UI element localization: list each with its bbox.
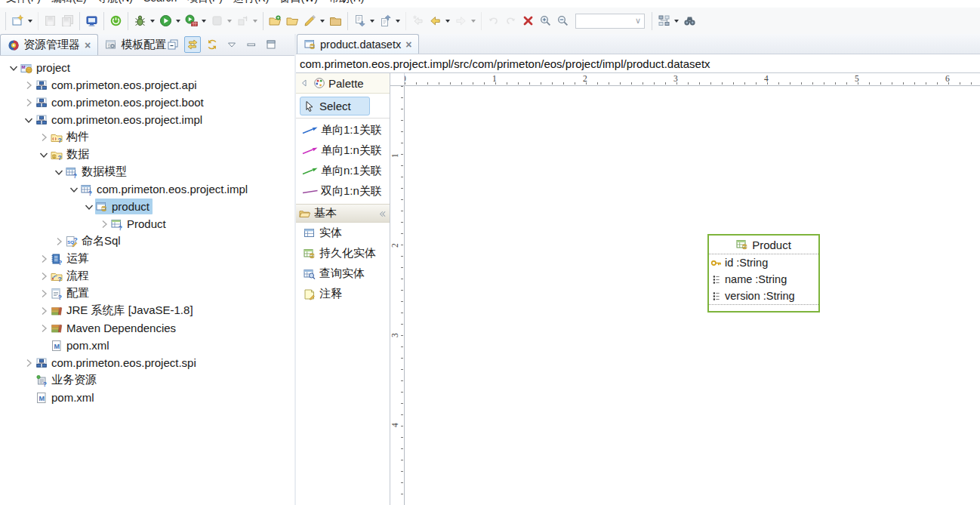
view-tab[interactable]: 资源管理器 × — [0, 34, 98, 55]
dropdown-caret-icon[interactable] — [445, 20, 450, 23]
tree-item[interactable]: ? 配置 — [0, 285, 294, 302]
palette-connection-tool[interactable]: 单向1:1关联 — [296, 120, 390, 140]
tree-item[interactable]: ? com.primeton.eos.project.impl — [0, 180, 294, 198]
zoom-combo-button[interactable]: ∨ — [572, 12, 649, 30]
expander-icon[interactable] — [53, 236, 65, 248]
link-editor-button[interactable] — [184, 36, 201, 53]
tree-item[interactable]: SQ? 命名Sql — [0, 232, 294, 250]
collapse-all-button[interactable] — [165, 36, 181, 53]
dropdown-caret-icon[interactable] — [674, 20, 679, 23]
tree-item[interactable]: M project — [0, 59, 294, 76]
maximize-button[interactable] — [263, 36, 279, 53]
entity-product[interactable]: Product id :String name :String — [707, 234, 820, 313]
redo-button[interactable] — [502, 12, 519, 30]
expander-icon[interactable] — [23, 114, 35, 126]
save-button[interactable] — [38, 12, 59, 30]
tree-item[interactable]: M pom.xml — [0, 337, 294, 354]
expander-icon[interactable] — [23, 374, 35, 386]
debug-button[interactable] — [128, 12, 157, 30]
entity-field[interactable]: id :String — [709, 254, 818, 271]
tree-item[interactable]: JRE 系统库 [JavaSE-1.8] — [0, 302, 294, 319]
expander-icon[interactable] — [38, 131, 50, 143]
pin-drawer-icon[interactable] — [378, 209, 387, 219]
close-icon[interactable]: × — [85, 40, 91, 51]
expander-icon[interactable] — [38, 305, 50, 317]
tree-item[interactable]: com.primeton.eos.project.api — [0, 76, 294, 94]
diagram-canvas[interactable]: Product id :String name :String — [405, 86, 980, 505]
expander-icon[interactable] — [38, 149, 50, 161]
refresh-button[interactable] — [204, 36, 220, 53]
expander-icon[interactable] — [98, 218, 110, 230]
stop-button[interactable] — [208, 12, 234, 30]
dropdown-caret-icon[interactable] — [370, 20, 374, 23]
dropdown-caret-icon[interactable] — [227, 20, 232, 23]
editor-tab[interactable]: product.datasetx × — [297, 34, 419, 54]
dropdown-caret-icon[interactable] — [176, 20, 180, 23]
expander-icon[interactable] — [23, 357, 35, 369]
new-wizard-button[interactable] — [5, 12, 35, 30]
prev-annotation-button[interactable] — [377, 12, 402, 30]
run-button[interactable] — [157, 12, 183, 30]
palette-connection-tool[interactable]: 单向1:n关联 — [296, 140, 390, 161]
palette-entity-tool[interactable]: 注释 — [296, 284, 390, 304]
dropdown-caret-icon[interactable] — [202, 20, 206, 23]
zoom-in-button[interactable] — [537, 12, 554, 30]
collapse-left-icon[interactable] — [298, 77, 310, 89]
expander-icon[interactable] — [23, 392, 35, 404]
menu-item[interactable]: 文件(F) — [3, 0, 48, 5]
palette-entity-tool[interactable]: 持久化实体 — [296, 243, 390, 263]
brush-button[interactable] — [301, 12, 327, 30]
palette-entity-tool[interactable]: 实体 — [296, 223, 390, 243]
layout-button[interactable] — [652, 12, 681, 30]
tree-item[interactable]: product — [0, 198, 294, 215]
chevron-down-icon[interactable]: ∨ — [635, 16, 644, 26]
zoom-combo[interactable]: ∨ — [575, 14, 645, 29]
open-folder-button[interactable] — [284, 12, 301, 30]
entity-field[interactable]: version :String — [709, 288, 818, 304]
menu-item[interactable]: 编辑(E) — [48, 0, 94, 5]
open-folder-new-button[interactable] — [263, 12, 284, 30]
tree-item[interactable]: ? 流程 — [0, 267, 294, 285]
dropdown-caret-icon[interactable] — [150, 20, 155, 23]
expander-icon[interactable] — [23, 97, 35, 109]
tree-item[interactable]: M pom.xml — [0, 389, 294, 406]
expander-icon[interactable] — [8, 62, 20, 74]
view-menu-button[interactable] — [223, 36, 240, 53]
spring-boot-button[interactable] — [103, 12, 125, 30]
tree-item[interactable]: ? Product — [0, 215, 294, 232]
dropdown-caret-icon[interactable] — [396, 20, 400, 23]
tree-item[interactable]: ? 构件 — [0, 128, 294, 146]
folder-closed-button[interactable] — [327, 12, 344, 30]
close-icon[interactable]: × — [405, 39, 411, 50]
tree-item[interactable]: com.primeton.eos.project.boot — [0, 94, 294, 111]
expander-icon[interactable] — [53, 166, 65, 178]
minimize-button[interactable] — [243, 36, 260, 53]
dropdown-caret-icon[interactable] — [253, 20, 257, 23]
expander-icon[interactable] — [38, 288, 50, 300]
palette-entity-tool[interactable]: 查询实体 — [296, 263, 390, 284]
dropdown-caret-icon[interactable] — [471, 20, 476, 23]
menu-item[interactable]: 窗口(W) — [276, 0, 325, 5]
console-button[interactable] — [79, 12, 100, 30]
expander-icon[interactable] — [23, 79, 35, 91]
next-annotation-button[interactable] — [347, 12, 377, 30]
entity-header[interactable]: Product — [709, 236, 818, 254]
expander-icon[interactable] — [83, 201, 95, 213]
palette-header[interactable]: Palette — [296, 73, 390, 94]
expander-icon[interactable] — [38, 322, 50, 334]
expander-icon[interactable] — [38, 340, 50, 352]
tree-item[interactable]: ? 数据模型 — [0, 163, 294, 180]
horizontal-ruler[interactable]: 0123456 — [405, 73, 980, 86]
menu-item[interactable]: 帮助(H) — [325, 0, 371, 5]
forward-button[interactable] — [452, 12, 478, 30]
palette-select-tool[interactable]: Select — [300, 97, 370, 115]
entity-field[interactable]: name :String — [709, 271, 818, 288]
palette-connection-tool[interactable]: 双向1:n关联 — [296, 181, 390, 202]
menu-item[interactable]: 运行(R) — [230, 0, 276, 5]
last-edit-location-button[interactable] — [405, 12, 427, 30]
palette-connection-tool[interactable]: 单向n:1关联 — [296, 161, 390, 181]
tree-item[interactable]: com.primeton.eos.project.spi — [0, 354, 294, 371]
tree-item[interactable]: ? 运算 — [0, 250, 294, 267]
save-all-button[interactable] — [59, 12, 76, 30]
relaunch-button[interactable] — [234, 12, 260, 30]
